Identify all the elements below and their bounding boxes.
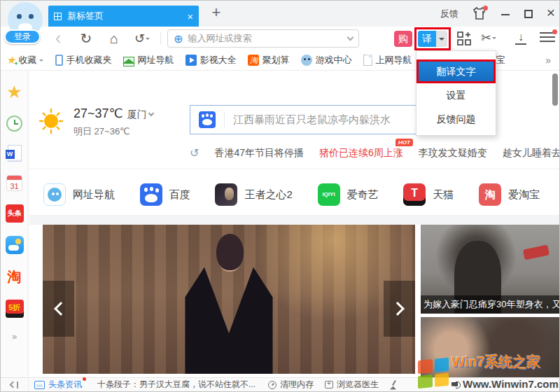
clean-memory-icon [268,381,276,389]
notification-dot [483,6,488,10]
news-item-2[interactable] [421,317,559,379]
game-icon [215,183,237,206]
taobao-icon[interactable]: 淘 [8,267,22,286]
octopus-icon [43,183,66,206]
bookmarks-overflow-icon[interactable] [545,55,559,66]
bookmark-item[interactable]: 网址导航 [123,54,174,66]
shopping-button[interactable]: 购 [394,31,412,47]
hot-badge: HOT [396,139,413,146]
browser-doctor-button[interactable]: 浏览器医生 [325,379,379,391]
sidebar-collapse-button[interactable] [1,378,29,392]
quick-link-label: 百度 [169,188,190,202]
broom-icon[interactable] [388,380,398,390]
bookmark-item[interactable]: 影视大全 [186,54,236,66]
menu-item-翻译文字[interactable]: 翻译文字 [416,59,496,83]
toutiao-news-feed[interactable]: 头条资讯 [34,379,86,391]
aitaobao-icon: 淘 [479,183,501,206]
translate-dropdown-caret[interactable] [436,31,447,47]
ticker-item[interactable]: 香港47年节目将停播 [214,147,304,160]
translate-dropdown-menu: 翻译文字设置反馈问题 [416,50,496,136]
toutiao-feed-label[interactable]: 头条资讯 [48,379,86,391]
toutiao-news-icon[interactable]: 头条 [6,204,24,223]
hamburger-menu-icon[interactable] [540,32,555,45]
refresh-button[interactable] [76,29,96,48]
translate-button-group[interactable]: 译 [418,31,447,47]
weather-app-icon[interactable] [6,236,24,254]
tab-close-icon[interactable] [187,10,193,22]
status-headline[interactable]: 十条段子：男子汉大豆腐，说不站住就不... [97,379,255,391]
bookmark-item[interactable]: 上网导航 [363,54,412,66]
carousel-prev-button[interactable] [43,281,74,337]
browser-window: 新标签页 反馈 登录 输入网址或搜索 购 译 [0,0,560,392]
bookmark-label: 影视大全 [200,54,236,66]
news-column: 为嫁入豪门忍痛穿30年塑身衣，又 [421,225,559,379]
browser-doctor-label: 浏览器医生 [337,379,379,391]
chevron-down-icon[interactable] [148,111,154,116]
word-document-icon[interactable] [8,145,22,162]
tab-grid-icon [54,13,62,20]
favorites-star-icon[interactable] [6,82,22,102]
address-bar[interactable]: 输入网址或搜索 [167,29,359,48]
news-feed-icon [34,381,45,389]
quick-link-天猫[interactable]: T天猫 [403,183,454,206]
bookmark-item[interactable]: 手机收藏夹 [55,54,111,66]
weather-widget[interactable]: 27~37℃厦门 明日 27~36℃ [37,106,153,138]
ticker-refresh-icon[interactable] [190,146,199,160]
notification-dot [552,29,557,34]
ticker-item[interactable]: 李玟发文疑婚变 [419,147,487,160]
screenshot-scissors-icon[interactable] [481,30,496,46]
recently-closed-button[interactable] [132,29,152,48]
tmall-icon: T [403,183,426,206]
skin-theme-icon[interactable] [472,7,486,21]
taobao-orange-icon: 淘 [248,55,259,66]
sidebar-more-icon[interactable] [12,331,17,342]
home-button[interactable] [104,29,124,48]
bookmark-item[interactable]: 收藏 [6,54,43,66]
new-tab-button[interactable] [209,4,224,22]
ticker-item[interactable]: 猪价已连续6周上涨HOT [319,147,403,160]
shield-plus-icon [174,32,183,46]
quick-link-王者之心2[interactable]: 王者之心2 [215,183,292,206]
feedback-link[interactable]: 反馈 [440,8,458,20]
quick-link-爱奇艺[interactable]: iQIYI爱奇艺 [318,183,379,206]
quick-link-百度[interactable]: 百度 [140,183,190,206]
discount-5zhe-icon[interactable]: 5折 [6,300,24,318]
weather-city: 厦门 [127,108,147,120]
minimize-button[interactable] [500,9,510,19]
download-icon[interactable] [514,31,528,46]
address-chevron-down-icon[interactable] [347,34,354,41]
apps-grid-icon[interactable] [456,31,472,46]
menu-item-反馈问题[interactable]: 反馈问题 [416,107,496,131]
clean-memory-button[interactable]: 清理内存 [268,379,314,391]
carousel-image[interactable] [43,225,415,374]
bookmark-item[interactable]: 游戏中心 [301,54,351,66]
ticker-item[interactable]: 趁女儿睡着去吃 [503,147,559,160]
chevron-left-icon [10,382,17,388]
bookmark-label: 收藏 [18,54,36,66]
translate-button[interactable]: 译 [418,31,436,47]
baidu-paw-icon [140,183,162,206]
carousel-photo-figure [177,234,281,374]
vertical-scrollbar[interactable] [552,74,558,106]
quick-link-爱淘宝[interactable]: 淘爱淘宝 [479,183,540,206]
menu-item-设置[interactable]: 设置 [416,83,496,107]
search-hot-query[interactable]: 江西暴雨近百只老鼠凉亭内躲洪水 [233,113,391,127]
page-icon [363,55,372,66]
close-button[interactable] [547,8,555,20]
bookmark-label: 游戏中心 [315,54,351,66]
bookmark-item[interactable]: 淘聚划算 [248,54,289,66]
calendar-icon[interactable]: 31 [6,175,22,191]
quick-link-label: 爱淘宝 [508,188,540,202]
maximize-button[interactable] [524,10,533,18]
tab-new-page[interactable]: 新标签页 [48,6,199,27]
news-caption: 为嫁入豪门忍痛穿30年塑身衣，又 [421,295,559,314]
address-placeholder: 输入网址或搜索 [188,32,343,45]
carousel-next-button[interactable] [384,281,415,337]
news-item-1[interactable]: 为嫁入豪门忍痛穿30年塑身衣，又 [421,225,559,314]
left-sidebar: 31 头条 淘 5折 [1,71,29,379]
login-button[interactable]: 登录 [4,29,41,44]
bookmark-label: 聚划算 [262,54,289,66]
quick-link-网址导航[interactable]: 网址导航 [43,183,115,206]
back-button[interactable] [48,29,68,48]
history-clock-icon[interactable] [6,115,22,132]
